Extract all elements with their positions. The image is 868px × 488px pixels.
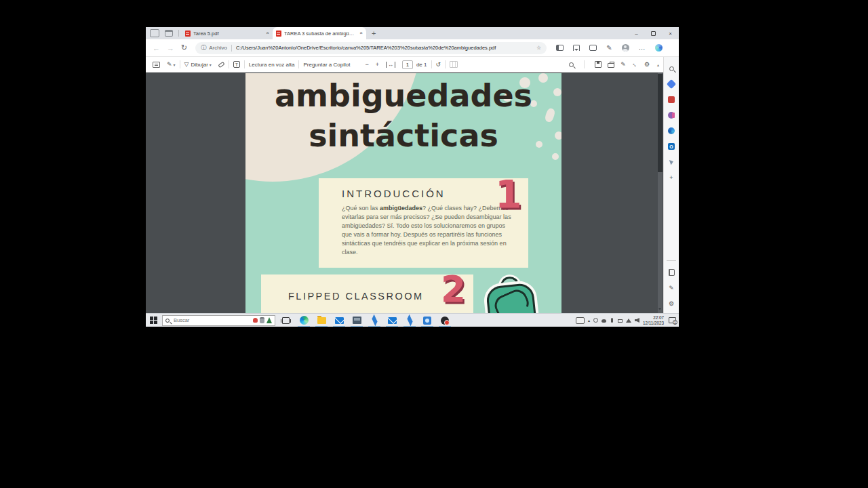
search-input[interactable] [172,317,235,324]
favorite-star-icon[interactable]: ☆ [536,45,541,51]
address-input[interactable]: ⓘ Archivo C:/Users/Juan%20Antonio/OneDri… [195,42,547,54]
tab-tarea5[interactable]: Tarea 5.pdf × [182,27,273,39]
ask-copilot-button[interactable]: Preguntar a Copilot [303,62,350,68]
page-count-label: de 1 [416,62,427,68]
drop-icon[interactable] [667,158,675,166]
page-number-input[interactable] [402,60,413,69]
taskbar-outlook-button[interactable] [383,314,401,327]
eraser-icon[interactable] [218,61,224,67]
fit-to-width-icon[interactable]: ↔ [386,62,395,68]
print-icon[interactable] [608,63,614,68]
pdf-page: ambiguedades sintácticas INTRODUCCIÓN ¿Q… [245,73,561,313]
pdf-viewer[interactable]: ambiguedades sintácticas INTRODUCCIÓN ¿Q… [146,73,663,313]
profile-avatar[interactable] [622,44,629,52]
read-aloud-button[interactable]: Lectura en voz alta [249,62,295,68]
settings-menu-icon[interactable]: … [639,44,646,52]
add-text-icon[interactable]: T [233,61,240,68]
taskbar-edge-button[interactable] [295,314,313,327]
forward-icon[interactable]: → [167,44,174,52]
notification-badge: 1 [673,320,677,325]
onedrive-icon[interactable] [601,319,606,323]
back-icon[interactable]: ← [153,44,160,52]
volume-icon[interactable] [635,318,639,323]
chevron-down-icon[interactable]: ▾ [174,62,176,67]
graduation-cap-icon [406,317,414,324]
taskbar-education2-button[interactable] [401,314,418,327]
refresh-icon[interactable]: ↻ [181,43,187,52]
document-title-line1: ambiguedades [245,76,561,116]
tray-clock[interactable]: 22:07 12/11/2023 [643,315,664,326]
new-tab-button[interactable]: + [372,29,376,37]
rotate-icon[interactable]: ↺ [436,61,441,68]
designer-icon[interactable] [667,127,675,135]
pdf-scrollbar[interactable] [658,73,663,313]
save-icon[interactable] [595,61,601,68]
notification-center-icon[interactable]: 1 [669,317,676,323]
m365-icon[interactable] [667,111,675,119]
fullscreen-icon[interactable]: ↔ [631,60,639,68]
zoom-out-icon[interactable]: − [365,61,368,68]
tray-date: 12/11/2023 [643,321,664,326]
mail-icon [335,317,344,324]
browser-essentials-icon[interactable]: ✎ [606,44,612,52]
battery-icon[interactable] [618,319,623,323]
document-title-line2: sintácticas [245,116,561,156]
draw-button[interactable]: Dibujar [191,62,208,68]
taskbar-app-button[interactable] [348,314,366,327]
split-screen-icon[interactable] [556,45,564,51]
document-title: ambiguedades sintácticas [245,76,561,156]
tab-actions-icon[interactable] [165,30,173,37]
taskbar-recorder-button[interactable] [436,314,454,327]
app-icon [353,317,361,324]
microphone-icon[interactable] [611,318,613,323]
collections-icon[interactable] [589,45,597,51]
search-highlights [253,317,272,323]
games-icon[interactable] [667,96,675,104]
add-sidebar-item-icon[interactable]: + [667,174,675,182]
annotate-icon[interactable]: ✎ [620,61,626,68]
highlight-pen-icon[interactable]: ✎ [167,61,172,68]
taskbar-search-box[interactable] [162,315,275,326]
pdf-settings-icon[interactable]: ⚙ [644,61,650,68]
outlook-icon[interactable]: O [667,142,675,150]
journal-icon[interactable] [667,268,675,277]
network-icon[interactable] [626,319,631,323]
sidebar-settings-icon[interactable]: ⚙ [667,300,675,308]
recorder-icon [441,317,449,325]
restore-button[interactable] [645,27,662,39]
taskbar-mail-button[interactable] [330,314,348,327]
hide-toolbar-icon[interactable]: ▴ [657,62,659,67]
taskbar-photos-button[interactable] [418,314,436,327]
browser-tab-bar: Tarea 5.pdf × TAREA 3 subasta de ambigüe… [146,27,679,39]
close-window-button[interactable]: × [662,27,679,39]
page-view-icon[interactable] [450,61,458,68]
close-tab-icon[interactable]: × [359,30,363,36]
task-view-button[interactable] [282,317,290,324]
pdf-toolbar-right: ✎ ↔ ⚙ ▴ [569,60,663,68]
touch-keyboard-icon[interactable] [576,317,585,324]
divider [244,60,245,68]
edge-icon [300,316,309,325]
sidebar-search-icon[interactable] [667,64,675,73]
copilot-icon[interactable] [655,44,663,52]
zoom-in-icon[interactable]: + [376,61,379,68]
desktop-screen: Tarea 5.pdf × TAREA 3 subasta de ambigüe… [146,27,679,327]
workspaces-icon[interactable] [150,29,159,37]
scroll-down-icon[interactable] [658,308,661,311]
sync-icon[interactable] [593,318,598,323]
start-button[interactable] [150,317,158,325]
tab-tarea3-active[interactable]: TAREA 3 subasta de ambigüedades.pdf × [273,27,366,39]
pdf-scrollbar-thumb[interactable] [658,74,663,172]
chevron-down-icon[interactable]: ▾ [210,62,212,67]
search-document-icon[interactable] [569,62,574,67]
compose-icon[interactable]: ✎ [667,284,675,292]
shopping-icon[interactable] [667,80,675,88]
favorites-icon[interactable] [573,45,580,51]
table-of-contents-icon[interactable] [153,62,160,68]
tray-expand-icon[interactable]: ▴ [588,318,590,323]
taskbar-explorer-button[interactable] [313,314,330,327]
close-tab-icon[interactable]: × [266,30,269,36]
taskbar-education-button[interactable] [366,314,383,327]
minimize-button[interactable]: – [628,27,645,39]
divider [229,60,229,68]
